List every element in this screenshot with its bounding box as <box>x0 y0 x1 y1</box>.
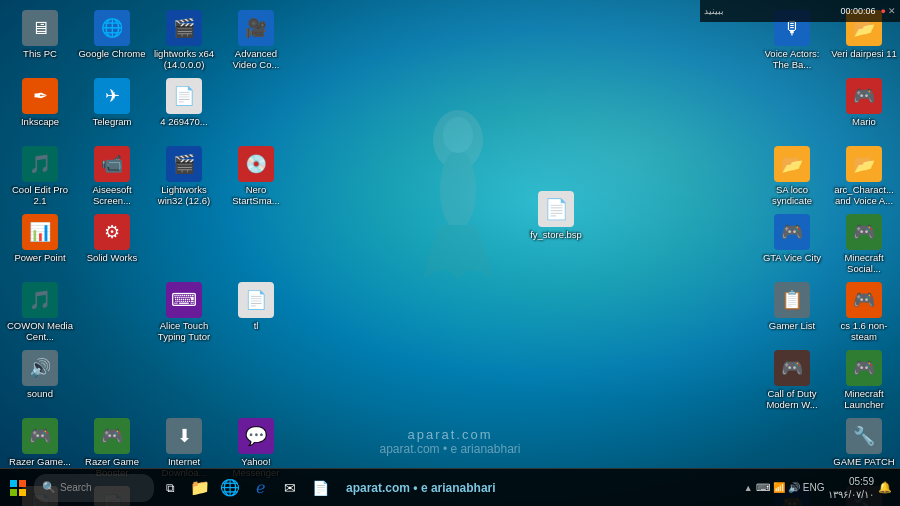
right-icon-4[interactable]: 📂 SA loco syndicate <box>756 140 828 208</box>
right-icon-11[interactable]: 🎮 Minecraft Launcher <box>828 344 900 412</box>
left-icon-9[interactable]: 📹 Aiseesoft Screen... <box>76 140 148 208</box>
icon-label: GTA Vice City <box>763 252 821 263</box>
task-view-button[interactable]: ⧉ <box>156 474 184 502</box>
notification-icon[interactable]: 🔔 <box>878 481 892 494</box>
icon-label: Veri dairpesi 11 <box>831 48 896 59</box>
taskbar-left: 🔍 Search ⧉ 📁 🌐 ℯ ✉ 📄 <box>0 474 338 502</box>
icon-img: 🎵 <box>22 282 58 318</box>
watermark-site: aparat.com <box>407 427 492 442</box>
icon-label: Cool Edit Pro 2.1 <box>6 184 74 207</box>
icon-label: Aiseesoft Screen... <box>78 184 146 207</box>
middle-icon-fystoremap[interactable]: 📄 fy_store.bsp <box>520 185 592 245</box>
taskbar-right: ▲ ⌨ 📶 🔊 ENG 05:59 ۱۳۹۶/۰۷/۱۰ 🔔 <box>736 475 900 501</box>
taskbar: 🔍 Search ⧉ 📁 🌐 ℯ ✉ 📄 aparat.com • e aria… <box>0 468 900 506</box>
right-icon-8[interactable]: 📋 Gamer List <box>756 276 828 344</box>
icon-img: 📋 <box>774 282 810 318</box>
right-icon-7[interactable]: 🎮 Minecraft Social... <box>828 208 900 276</box>
right-icon-6[interactable]: 🎮 GTA Vice City <box>756 208 828 276</box>
left-icon-3[interactable]: 🎥 Advanced Video Co... <box>220 4 292 72</box>
left-icon-2[interactable]: 🎬 lightworks x64 (14.0.0.0) <box>148 4 220 72</box>
tray-arrow[interactable]: ▲ <box>744 483 753 493</box>
taskbar-site-label: aparat.com • e arianabhari <box>338 481 504 495</box>
left-icon-1[interactable]: 🌐 Google Chrome <box>76 4 148 72</box>
taskbar-app-chrome[interactable]: 🌐 <box>216 474 244 502</box>
clock-date: ۱۳۹۶/۰۷/۱۰ <box>828 488 874 501</box>
keyboard-icon[interactable]: ⌨ <box>756 482 770 493</box>
svg-rect-4 <box>19 480 26 487</box>
icon-label: This PC <box>23 48 57 59</box>
icon-img: 🌐 <box>94 10 130 46</box>
icon-img: 🎮 <box>846 350 882 386</box>
svg-rect-3 <box>10 480 17 487</box>
icon-img: 📊 <box>22 214 58 250</box>
search-label: Search <box>60 482 92 493</box>
right-icon-10[interactable]: 🎮 Call of Duty Modern W... <box>756 344 828 412</box>
left-icon-4[interactable]: ✒ Inkscape <box>4 72 76 140</box>
icon-img: 🎥 <box>238 10 274 46</box>
icon-label: Nero StartSma... <box>222 184 290 207</box>
icon-img: 🎮 <box>846 214 882 250</box>
icon-label: arc_Charact... and Voice A... <box>830 184 898 207</box>
right-icon-5[interactable]: 📂 arc_Charact... and Voice A... <box>828 140 900 208</box>
icon-label: Gamer List <box>769 320 815 331</box>
left-icon-10[interactable]: 🎬 Lightworks win32 (12.6) <box>148 140 220 208</box>
icon-label: Razer Game... <box>9 456 71 467</box>
left-icon-13[interactable]: ⚙ Solid Works <box>76 208 148 276</box>
left-icon-19[interactable]: 📄 tl <box>220 276 292 344</box>
icon-label: Advanced Video Co... <box>222 48 290 71</box>
start-button[interactable] <box>4 474 32 502</box>
icon-label: Minecraft Launcher <box>830 388 898 411</box>
icon-img: 🎵 <box>22 146 58 182</box>
left-icon-20[interactable]: 🔊 sound <box>4 344 76 412</box>
icon-label: Alice Touch Typing Tutor <box>150 320 218 343</box>
left-icon-6[interactable]: 📄 4 269470... <box>148 72 220 140</box>
taskbar-app-explorer[interactable]: 📁 <box>186 474 214 502</box>
icon-img: 💿 <box>238 146 274 182</box>
volume-icon[interactable]: 🔊 <box>788 482 800 493</box>
icon-label: Lightworks win32 (12.6) <box>150 184 218 207</box>
icon-label: Telegram <box>92 116 131 127</box>
left-icon-11[interactable]: 💿 Nero StartSma... <box>220 140 292 208</box>
icon-img: ✒ <box>22 78 58 114</box>
icon-label: Minecraft Social... <box>830 252 898 275</box>
right-icon-3[interactable]: 🎮 Mario <box>828 72 900 140</box>
left-icon-0[interactable]: 🖥 This PC <box>4 4 76 72</box>
right-icon-9[interactable]: 🎮 cs 1.6 non-steam <box>828 276 900 344</box>
search-button[interactable]: 🔍 Search <box>34 474 154 502</box>
icon-label: SA loco syndicate <box>758 184 826 207</box>
desktop-icons-area: 🖥 This PC🌐 Google Chrome🎬 lightworks x64… <box>0 0 900 468</box>
icon-img: 📄 <box>238 282 274 318</box>
icon-label: lightworks x64 (14.0.0.0) <box>150 48 218 71</box>
icon-img: 🎮 <box>846 78 882 114</box>
left-icon-8[interactable]: 🎵 Cool Edit Pro 2.1 <box>4 140 76 208</box>
icon-label: Voice Actors: The Ba... <box>758 48 826 71</box>
icon-img: 🎮 <box>846 282 882 318</box>
icon-img: 🖥 <box>22 10 58 46</box>
icon-label: cs 1.6 non-steam <box>830 320 898 343</box>
video-player-bar[interactable]: ببینید 00:00:06 ● ✕ <box>700 0 900 22</box>
site-name: aparat.com • e arianabhari <box>346 481 496 495</box>
watermark: aparat.com aparat.com • e arianabhari <box>0 427 900 456</box>
language-label[interactable]: ENG <box>803 482 825 493</box>
icon-img: 🎮 <box>774 350 810 386</box>
network-icon[interactable]: 📶 <box>773 482 785 493</box>
icon-label: Google Chrome <box>78 48 145 59</box>
watermark-user: aparat.com • e arianabhari <box>380 442 521 456</box>
left-icon-18[interactable]: ⌨ Alice Touch Typing Tutor <box>148 276 220 344</box>
left-icon-16[interactable]: 🎵 COWON Media Cent... <box>4 276 76 344</box>
icon-label: Mario <box>852 116 876 127</box>
icon-img: ✈ <box>94 78 130 114</box>
time-display[interactable]: 05:59 ۱۳۹۶/۰۷/۱۰ <box>828 475 874 501</box>
icon-label: Power Point <box>14 252 65 263</box>
icon-img: 📄 <box>538 191 574 227</box>
timecode-display: 00:00:06 <box>841 6 876 16</box>
left-icon-12[interactable]: 📊 Power Point <box>4 208 76 276</box>
taskbar-app-ie[interactable]: ℯ <box>246 474 274 502</box>
close-btn[interactable]: ✕ <box>888 6 896 16</box>
left-icon-5[interactable]: ✈ Telegram <box>76 72 148 140</box>
icon-label: Inkscape <box>21 116 59 127</box>
taskbar-app-mail[interactable]: ✉ <box>276 474 304 502</box>
icon-img: 🔊 <box>22 350 58 386</box>
taskbar-app-doc[interactable]: 📄 <box>306 474 334 502</box>
icon-img: ⚙ <box>94 214 130 250</box>
